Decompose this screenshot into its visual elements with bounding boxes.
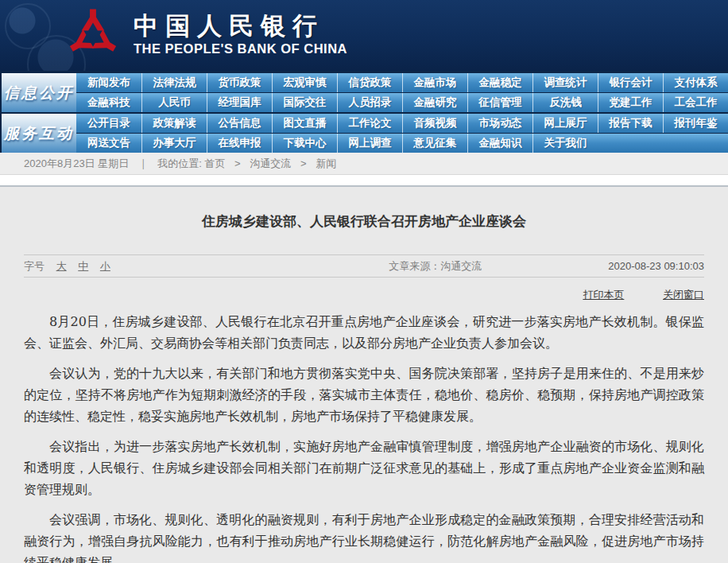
location-prefix: 我的位置: (157, 157, 202, 169)
nav-item[interactable]: 经理国库 (207, 93, 272, 112)
nav-item[interactable]: 意见征集 (402, 134, 467, 153)
article-paragraph: 会议认为，党的十九大以来，有关部门和地方贯彻落实党中央、国务院决策部署，坚持房子… (24, 363, 704, 427)
breadcrumb-arrow-icon: > (234, 157, 241, 169)
nav-item[interactable]: 金融科技 (76, 93, 141, 112)
nav-section-rows: 新闻发布法律法规货币政策宏观审慎信贷政策金融市场金融稳定调查统计银行会计支付体系… (76, 73, 728, 112)
nav-item[interactable]: 图文直播 (272, 114, 337, 133)
nav-item[interactable]: 关于我们 (532, 134, 598, 153)
nav-item[interactable]: 人民币 (141, 93, 207, 112)
article-paragraph: 会议强调，市场化、规则化、透明化的融资规则，有利于房地产企业形成稳定的金融政策预… (24, 509, 704, 563)
nav-section-rows: 公开目录政策解读公告信息图文直播工作论文音频视频市场动态网上展厅报告下载报刊年鉴… (76, 114, 728, 153)
article-title: 住房城乡建设部、人民银行联合召开房地产企业座谈会 (24, 212, 704, 231)
logo-block: 中国人民银行 THE PEOPLE'S BANK OF CHINA (67, 7, 347, 61)
nav-item[interactable]: 下载中心 (272, 134, 337, 153)
nav-item[interactable]: 报刊年鉴 (663, 114, 728, 133)
source-value: 沟通交流 (440, 260, 482, 272)
article-content: 住房城乡建设部、人民银行联合召开房地产企业座谈会 字号 大 中 小 文章来源：沟… (0, 187, 728, 563)
nav-item[interactable]: 网送文告 (76, 134, 141, 153)
nav-item[interactable]: 工作论文 (337, 114, 402, 133)
article-datetime: 2020-08-23 09:10:03 (608, 260, 704, 272)
nav-item[interactable]: 网上展厅 (532, 114, 598, 133)
nav-item[interactable]: 金融知识 (467, 134, 532, 153)
nav-item-empty (663, 134, 728, 153)
nav-section-info-disclosure[interactable]: 信息公开 (2, 73, 76, 112)
font-size-medium-link[interactable]: 中 (78, 260, 88, 272)
nav-item[interactable]: 法律法规 (141, 73, 207, 92)
nav-section-labels: 信息公开 服务互动 (0, 73, 76, 153)
nav-item[interactable]: 人员招录 (337, 93, 402, 112)
article-paragraph: 会议指出，为进一步落实房地产长效机制，实施好房地产金融审慎管理制度，增强房地产企… (24, 436, 704, 500)
close-window-link[interactable]: 关闭窗口 (663, 289, 704, 301)
bank-name-en: THE PEOPLE'S BANK OF CHINA (134, 40, 347, 57)
nav-item[interactable]: 办事大厅 (141, 134, 207, 153)
article-source: 文章来源：沟通交流 (262, 259, 608, 274)
breadcrumb-home-link[interactable]: 首页 (204, 157, 225, 169)
nav-item[interactable]: 在线申报 (207, 134, 272, 153)
nav-item-empty (598, 134, 663, 153)
article-meta-row: 字号 大 中 小 文章来源：沟通交流 2020-08-23 09:10:03 (24, 254, 704, 278)
breadcrumb: 2020年8月23日 星期日 ｜ 我的位置: 首页 > 沟通交流 > 新闻 (0, 153, 728, 175)
breadcrumb-pipe: ｜ (138, 157, 149, 169)
nav-item[interactable]: 银行会计 (598, 73, 663, 92)
breadcrumb-section-link[interactable]: 沟通交流 (250, 157, 291, 169)
nav-item[interactable]: 信贷政策 (337, 73, 402, 92)
nav-item[interactable]: 宏观审慎 (272, 73, 337, 92)
nav-item[interactable]: 调查统计 (532, 73, 598, 92)
nav-item[interactable]: 音频视频 (402, 114, 467, 133)
font-size-large-link[interactable]: 大 (56, 260, 67, 272)
article-actions: 打印本页 关闭窗口 (24, 288, 704, 302)
font-size-label: 字号 (24, 260, 45, 272)
pboc-webpage: 中国人民银行 THE PEOPLE'S BANK OF CHINA 信息公开 服… (0, 0, 728, 563)
nav-item[interactable]: 公告信息 (207, 114, 272, 133)
print-page-link[interactable]: 打印本页 (583, 289, 624, 301)
nav-item[interactable]: 市场动态 (467, 114, 532, 133)
font-size-control: 字号 大 中 小 (24, 259, 262, 274)
nav-item[interactable]: 反洗钱 (532, 93, 598, 112)
nav-item[interactable]: 支付体系 (663, 73, 728, 92)
nav-item[interactable]: 公开目录 (76, 114, 141, 133)
nav-item[interactable]: 网上调查 (337, 134, 402, 153)
nav-item[interactable]: 国际交往 (272, 93, 337, 112)
breadcrumb-news-link[interactable]: 新闻 (316, 157, 336, 169)
article-body: 8月20日，住房城乡建设部、人民银行在北京召开重点房地产企业座谈会，研究进一步落… (24, 311, 704, 563)
nav-item[interactable]: 金融市场 (402, 73, 467, 92)
nav-item[interactable]: 工会工作 (663, 93, 728, 112)
current-date: 2020年8月23日 星期日 (24, 157, 129, 169)
nav-menu-grid: 新闻发布法律法规货币政策宏观审慎信贷政策金融市场金融稳定调查统计银行会计支付体系… (76, 73, 728, 153)
nav-item[interactable]: 金融稳定 (467, 73, 532, 92)
bank-name-cn: 中国人民银行 (134, 11, 347, 40)
nav-item[interactable]: 货币政策 (207, 73, 272, 92)
site-header: 中国人民银行 THE PEOPLE'S BANK OF CHINA (0, 0, 728, 71)
font-size-small-link[interactable]: 小 (100, 260, 110, 272)
source-label: 文章来源： (389, 260, 440, 272)
logo-text: 中国人民银行 THE PEOPLE'S BANK OF CHINA (134, 11, 347, 57)
breadcrumb-arrow-icon: > (300, 157, 307, 169)
nav-item[interactable]: 党建工作 (598, 93, 663, 112)
nav-item[interactable]: 金融研究 (402, 93, 467, 112)
main-nav: 信息公开 服务互动 新闻发布法律法规货币政策宏观审慎信贷政策金融市场金融稳定调查… (0, 71, 728, 153)
pboc-emblem-icon[interactable] (67, 7, 119, 61)
article-paragraph: 8月20日，住房城乡建设部、人民银行在北京召开重点房地产企业座谈会，研究进一步落… (24, 311, 704, 354)
nav-item[interactable]: 新闻发布 (76, 73, 141, 92)
nav-item[interactable]: 报告下载 (598, 114, 663, 133)
nav-item[interactable]: 政策解读 (141, 114, 207, 133)
nav-section-services[interactable]: 服务互动 (2, 114, 76, 153)
nav-item[interactable]: 征信管理 (467, 93, 532, 112)
separator-band (0, 175, 728, 187)
